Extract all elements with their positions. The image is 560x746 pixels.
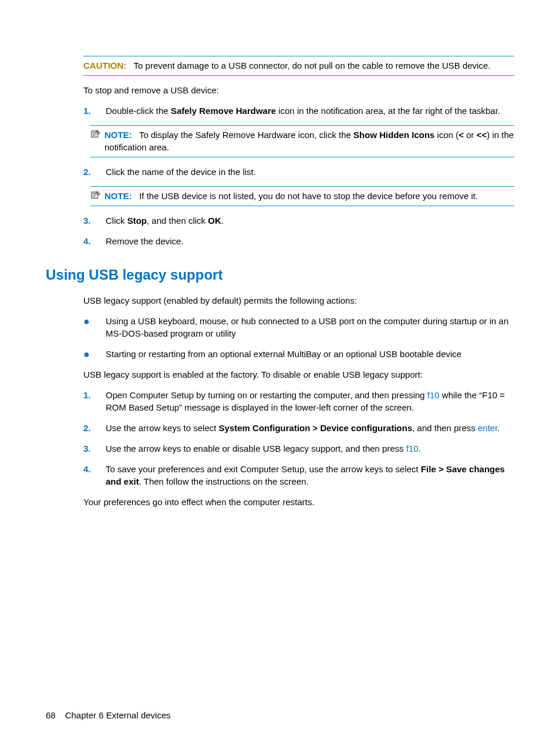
caution-label: CAUTION: [83,61,126,70]
step-number: 4. [83,463,106,488]
step-item: 1. Open Computer Setup by turning on or … [83,389,514,414]
step-text: Double-click the Safely Remove Hardware … [106,105,514,117]
step-text: Use the arrow keys to select System Conf… [106,422,514,434]
page-footer: 68Chapter 6 External devices [46,709,171,721]
note-block: NOTE: If the USB device is not listed, y… [90,186,514,206]
step-number: 4. [83,235,106,247]
step-item: 2. Use the arrow keys to select System C… [83,422,514,434]
note-icon [90,130,101,139]
note-body: NOTE: To display the Safely Remove Hardw… [104,129,514,153]
step-number: 1. [83,105,106,117]
chapter-reference: Chapter 6 External devices [65,710,171,720]
body-paragraph: Your preferences go into effect when the… [83,496,514,508]
step-item: 3. Use the arrow keys to enable or disab… [83,442,514,455]
note-icon [90,191,101,200]
bullet-text: Starting or restarting from an optional … [106,348,514,360]
key-reference: enter [478,423,497,433]
note-label: NOTE: [104,191,132,201]
step-number: 3. [83,214,106,227]
note-label: NOTE: [104,130,132,140]
step-text: Use the arrow keys to enable or disable … [106,442,514,455]
document-page: CAUTION: To prevent damage to a USB conn… [0,0,560,508]
bullet-marker: ● [83,348,106,359]
bullet-item: ● Using a USB keyboard, mouse, or hub co… [83,315,514,340]
step-item: 3. Click Stop, and then click OK. [83,214,514,227]
step-item: 2. Click the name of the device in the l… [83,166,514,178]
step-text: Click Stop, and then click OK. [106,214,514,227]
step-text: To save your preferences and exit Comput… [106,463,514,488]
page-number: 68 [46,710,56,720]
step-item: 1. Double-click the Safely Remove Hardwa… [83,105,514,117]
note-body: NOTE: If the USB device is not listed, y… [104,190,514,202]
step-item: 4. To save your preferences and exit Com… [83,463,514,488]
key-reference: f10 [406,443,419,453]
step-number: 2. [83,422,106,434]
step-text: Open Computer Setup by turning on or res… [106,389,514,414]
bullet-marker: ● [83,315,106,327]
step-text: Remove the device. [106,235,514,247]
key-reference: f10 [427,390,440,400]
step-number: 1. [83,389,106,414]
step-number: 2. [83,166,106,178]
caution-block: CAUTION: To prevent damage to a USB conn… [83,56,514,76]
caution-text: To prevent damage to a USB connector, do… [134,61,491,70]
section-heading: Using USB legacy support [46,265,514,285]
bullet-item: ● Starting or restarting from an optiona… [83,348,514,360]
body-paragraph: USB legacy support is enabled at the fac… [83,368,514,381]
step-text: Click the name of the device in the list… [106,166,514,178]
note-block: NOTE: To display the Safely Remove Hardw… [90,125,514,157]
step-item: 4. Remove the device. [83,235,514,247]
bullet-text: Using a USB keyboard, mouse, or hub conn… [106,315,514,340]
intro-paragraph: To stop and remove a USB device: [83,84,514,96]
step-number: 3. [83,442,106,455]
body-paragraph: USB legacy support (enabled by default) … [83,294,514,307]
